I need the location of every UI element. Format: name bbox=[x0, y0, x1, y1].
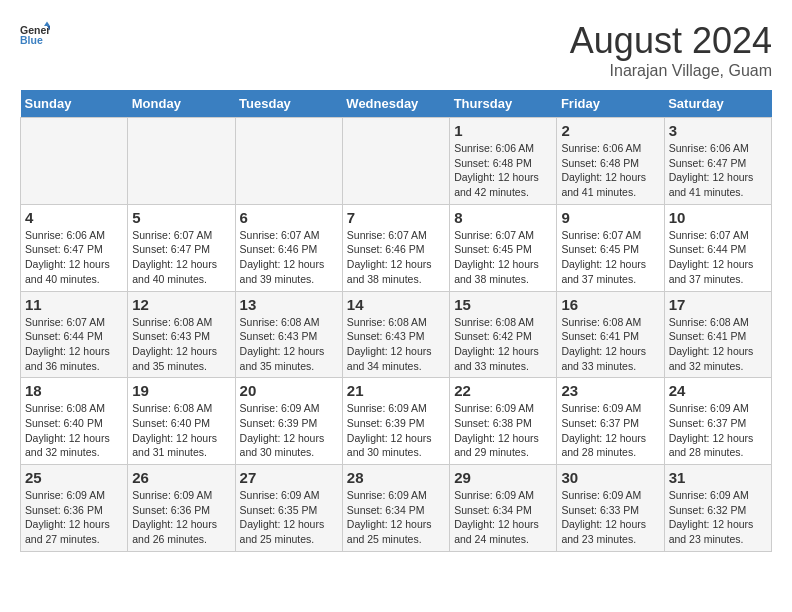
calendar-cell: 9Sunrise: 6:07 AM Sunset: 6:45 PM Daylig… bbox=[557, 204, 664, 291]
calendar-cell bbox=[21, 118, 128, 205]
day-number: 2 bbox=[561, 122, 659, 139]
subtitle: Inarajan Village, Guam bbox=[570, 62, 772, 80]
day-number: 13 bbox=[240, 296, 338, 313]
calendar-cell: 20Sunrise: 6:09 AM Sunset: 6:39 PM Dayli… bbox=[235, 378, 342, 465]
calendar-week-row: 25Sunrise: 6:09 AM Sunset: 6:36 PM Dayli… bbox=[21, 465, 772, 552]
day-info: Sunrise: 6:09 AM Sunset: 6:37 PM Dayligh… bbox=[561, 401, 659, 460]
calendar-cell: 29Sunrise: 6:09 AM Sunset: 6:34 PM Dayli… bbox=[450, 465, 557, 552]
day-info: Sunrise: 6:07 AM Sunset: 6:45 PM Dayligh… bbox=[454, 228, 552, 287]
calendar-cell: 12Sunrise: 6:08 AM Sunset: 6:43 PM Dayli… bbox=[128, 291, 235, 378]
day-info: Sunrise: 6:07 AM Sunset: 6:45 PM Dayligh… bbox=[561, 228, 659, 287]
day-number: 12 bbox=[132, 296, 230, 313]
day-info: Sunrise: 6:07 AM Sunset: 6:46 PM Dayligh… bbox=[347, 228, 445, 287]
day-info: Sunrise: 6:09 AM Sunset: 6:32 PM Dayligh… bbox=[669, 488, 767, 547]
calendar-cell: 2Sunrise: 6:06 AM Sunset: 6:48 PM Daylig… bbox=[557, 118, 664, 205]
calendar-cell: 8Sunrise: 6:07 AM Sunset: 6:45 PM Daylig… bbox=[450, 204, 557, 291]
day-info: Sunrise: 6:09 AM Sunset: 6:36 PM Dayligh… bbox=[25, 488, 123, 547]
day-number: 23 bbox=[561, 382, 659, 399]
day-info: Sunrise: 6:09 AM Sunset: 6:39 PM Dayligh… bbox=[347, 401, 445, 460]
calendar-cell: 26Sunrise: 6:09 AM Sunset: 6:36 PM Dayli… bbox=[128, 465, 235, 552]
calendar-week-row: 11Sunrise: 6:07 AM Sunset: 6:44 PM Dayli… bbox=[21, 291, 772, 378]
day-info: Sunrise: 6:09 AM Sunset: 6:37 PM Dayligh… bbox=[669, 401, 767, 460]
calendar-week-row: 1Sunrise: 6:06 AM Sunset: 6:48 PM Daylig… bbox=[21, 118, 772, 205]
day-info: Sunrise: 6:07 AM Sunset: 6:44 PM Dayligh… bbox=[25, 315, 123, 374]
calendar-cell: 27Sunrise: 6:09 AM Sunset: 6:35 PM Dayli… bbox=[235, 465, 342, 552]
day-of-week-sunday: Sunday bbox=[21, 90, 128, 118]
day-number: 29 bbox=[454, 469, 552, 486]
day-of-week-wednesday: Wednesday bbox=[342, 90, 449, 118]
calendar-cell bbox=[235, 118, 342, 205]
day-of-week-thursday: Thursday bbox=[450, 90, 557, 118]
calendar-cell: 22Sunrise: 6:09 AM Sunset: 6:38 PM Dayli… bbox=[450, 378, 557, 465]
day-info: Sunrise: 6:08 AM Sunset: 6:40 PM Dayligh… bbox=[25, 401, 123, 460]
day-number: 10 bbox=[669, 209, 767, 226]
day-info: Sunrise: 6:07 AM Sunset: 6:46 PM Dayligh… bbox=[240, 228, 338, 287]
day-number: 18 bbox=[25, 382, 123, 399]
day-info: Sunrise: 6:08 AM Sunset: 6:42 PM Dayligh… bbox=[454, 315, 552, 374]
day-info: Sunrise: 6:08 AM Sunset: 6:41 PM Dayligh… bbox=[669, 315, 767, 374]
day-number: 17 bbox=[669, 296, 767, 313]
day-number: 20 bbox=[240, 382, 338, 399]
calendar-cell bbox=[128, 118, 235, 205]
calendar-cell: 11Sunrise: 6:07 AM Sunset: 6:44 PM Dayli… bbox=[21, 291, 128, 378]
calendar-cell: 10Sunrise: 6:07 AM Sunset: 6:44 PM Dayli… bbox=[664, 204, 771, 291]
day-number: 27 bbox=[240, 469, 338, 486]
day-info: Sunrise: 6:09 AM Sunset: 6:33 PM Dayligh… bbox=[561, 488, 659, 547]
calendar-week-row: 18Sunrise: 6:08 AM Sunset: 6:40 PM Dayli… bbox=[21, 378, 772, 465]
day-info: Sunrise: 6:06 AM Sunset: 6:47 PM Dayligh… bbox=[669, 141, 767, 200]
calendar-cell: 25Sunrise: 6:09 AM Sunset: 6:36 PM Dayli… bbox=[21, 465, 128, 552]
calendar-table: SundayMondayTuesdayWednesdayThursdayFrid… bbox=[20, 90, 772, 552]
day-number: 7 bbox=[347, 209, 445, 226]
day-info: Sunrise: 6:09 AM Sunset: 6:35 PM Dayligh… bbox=[240, 488, 338, 547]
day-info: Sunrise: 6:09 AM Sunset: 6:34 PM Dayligh… bbox=[454, 488, 552, 547]
calendar-cell: 23Sunrise: 6:09 AM Sunset: 6:37 PM Dayli… bbox=[557, 378, 664, 465]
day-info: Sunrise: 6:09 AM Sunset: 6:39 PM Dayligh… bbox=[240, 401, 338, 460]
day-number: 11 bbox=[25, 296, 123, 313]
svg-text:Blue: Blue bbox=[20, 34, 43, 46]
day-info: Sunrise: 6:08 AM Sunset: 6:40 PM Dayligh… bbox=[132, 401, 230, 460]
day-info: Sunrise: 6:08 AM Sunset: 6:43 PM Dayligh… bbox=[347, 315, 445, 374]
day-number: 25 bbox=[25, 469, 123, 486]
calendar-cell: 1Sunrise: 6:06 AM Sunset: 6:48 PM Daylig… bbox=[450, 118, 557, 205]
day-number: 22 bbox=[454, 382, 552, 399]
calendar-cell: 7Sunrise: 6:07 AM Sunset: 6:46 PM Daylig… bbox=[342, 204, 449, 291]
calendar-cell: 28Sunrise: 6:09 AM Sunset: 6:34 PM Dayli… bbox=[342, 465, 449, 552]
calendar-cell: 31Sunrise: 6:09 AM Sunset: 6:32 PM Dayli… bbox=[664, 465, 771, 552]
day-info: Sunrise: 6:06 AM Sunset: 6:48 PM Dayligh… bbox=[561, 141, 659, 200]
day-info: Sunrise: 6:08 AM Sunset: 6:43 PM Dayligh… bbox=[240, 315, 338, 374]
day-of-week-friday: Friday bbox=[557, 90, 664, 118]
logo-icon: General Blue bbox=[20, 20, 50, 50]
calendar-cell: 16Sunrise: 6:08 AM Sunset: 6:41 PM Dayli… bbox=[557, 291, 664, 378]
day-number: 4 bbox=[25, 209, 123, 226]
day-number: 5 bbox=[132, 209, 230, 226]
day-number: 30 bbox=[561, 469, 659, 486]
day-info: Sunrise: 6:08 AM Sunset: 6:41 PM Dayligh… bbox=[561, 315, 659, 374]
calendar-cell: 4Sunrise: 6:06 AM Sunset: 6:47 PM Daylig… bbox=[21, 204, 128, 291]
day-of-week-saturday: Saturday bbox=[664, 90, 771, 118]
calendar-cell: 17Sunrise: 6:08 AM Sunset: 6:41 PM Dayli… bbox=[664, 291, 771, 378]
day-number: 1 bbox=[454, 122, 552, 139]
logo: General Blue bbox=[20, 20, 50, 50]
day-number: 28 bbox=[347, 469, 445, 486]
title-block: August 2024 Inarajan Village, Guam bbox=[570, 20, 772, 80]
calendar-cell: 30Sunrise: 6:09 AM Sunset: 6:33 PM Dayli… bbox=[557, 465, 664, 552]
day-number: 16 bbox=[561, 296, 659, 313]
calendar-cell: 24Sunrise: 6:09 AM Sunset: 6:37 PM Dayli… bbox=[664, 378, 771, 465]
calendar-cell: 18Sunrise: 6:08 AM Sunset: 6:40 PM Dayli… bbox=[21, 378, 128, 465]
day-info: Sunrise: 6:09 AM Sunset: 6:36 PM Dayligh… bbox=[132, 488, 230, 547]
calendar-cell: 13Sunrise: 6:08 AM Sunset: 6:43 PM Dayli… bbox=[235, 291, 342, 378]
calendar-cell: 19Sunrise: 6:08 AM Sunset: 6:40 PM Dayli… bbox=[128, 378, 235, 465]
calendar-cell: 14Sunrise: 6:08 AM Sunset: 6:43 PM Dayli… bbox=[342, 291, 449, 378]
day-of-week-monday: Monday bbox=[128, 90, 235, 118]
day-number: 14 bbox=[347, 296, 445, 313]
day-info: Sunrise: 6:08 AM Sunset: 6:43 PM Dayligh… bbox=[132, 315, 230, 374]
day-of-week-tuesday: Tuesday bbox=[235, 90, 342, 118]
day-number: 26 bbox=[132, 469, 230, 486]
page-header: General Blue August 2024 Inarajan Villag… bbox=[20, 20, 772, 80]
calendar-header-row: SundayMondayTuesdayWednesdayThursdayFrid… bbox=[21, 90, 772, 118]
calendar-cell bbox=[342, 118, 449, 205]
calendar-cell: 6Sunrise: 6:07 AM Sunset: 6:46 PM Daylig… bbox=[235, 204, 342, 291]
day-number: 21 bbox=[347, 382, 445, 399]
day-number: 24 bbox=[669, 382, 767, 399]
day-number: 6 bbox=[240, 209, 338, 226]
